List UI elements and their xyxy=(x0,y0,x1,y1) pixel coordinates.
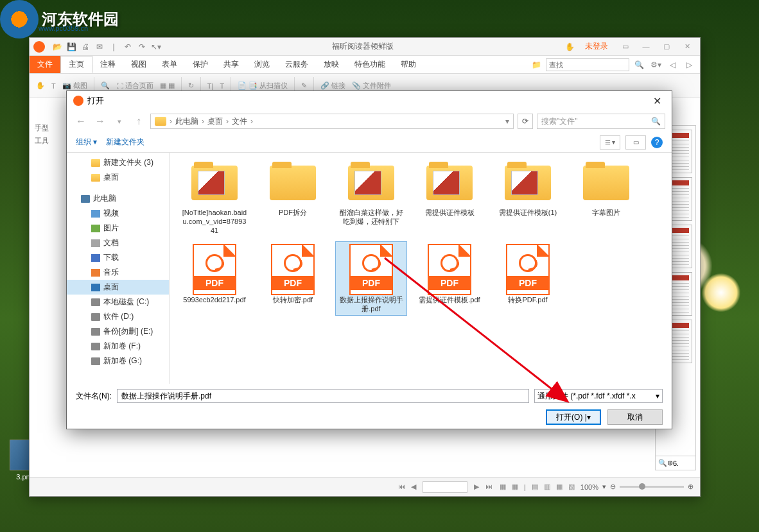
highlight-tool[interactable]: T xyxy=(220,82,224,90)
tab-cloud[interactable]: 云服务 xyxy=(277,56,316,73)
tab-form[interactable]: 表单 xyxy=(154,56,185,73)
file-item[interactable]: [NoTitle]haokan.baidu.com_v_vid=8789341 xyxy=(179,159,250,237)
file-list[interactable]: [NoTitle]haokan.baidu.com_v_vid=8789341P… xyxy=(170,153,672,384)
tab-share[interactable]: 共享 xyxy=(216,56,247,73)
qat-cursor-icon[interactable]: ↖▾ xyxy=(150,40,162,53)
tab-comment[interactable]: 注释 xyxy=(92,56,123,73)
fit-page-tool[interactable]: ⛶ 适合页面 xyxy=(116,81,153,90)
file-item[interactable]: 字幕图片 xyxy=(570,159,642,237)
filetype-dropdown[interactable]: 通用文件 (*.pdf *.fdf *.xfdf *.x▾ xyxy=(534,389,663,403)
zoom-slider[interactable] xyxy=(620,486,684,488)
file-item[interactable]: 快转加密.pdf xyxy=(257,241,329,316)
file-item[interactable]: 醋溜白菜这样做，好吃到爆，还特别下 xyxy=(335,159,407,237)
nav-prev-icon[interactable]: ◁ xyxy=(666,58,679,71)
tab-protect[interactable]: 保护 xyxy=(185,56,216,73)
tree-item[interactable]: 新加卷 (F:) xyxy=(67,339,169,354)
ribbon-toggle-icon[interactable]: ▭ xyxy=(616,40,634,53)
file-item[interactable]: 需提供证件模板.pdf xyxy=(414,241,485,316)
view-mode-button[interactable]: ☰ ▾ xyxy=(600,135,620,150)
file-item[interactable]: 数据上报操作说明手册.pdf xyxy=(335,241,407,316)
tree-item[interactable]: 备份[勿删] (E:) xyxy=(67,324,169,339)
thumb-zoom[interactable]: 🔍⊕ 6. xyxy=(656,456,695,470)
nav-back-button[interactable]: ← xyxy=(73,114,89,129)
tree-item[interactable]: 新加卷 (G:) xyxy=(67,354,169,368)
nav-next-icon[interactable]: ▷ xyxy=(683,58,695,71)
tree-item[interactable]: 下载 xyxy=(67,250,169,265)
tab-features[interactable]: 特色功能 xyxy=(347,56,393,73)
hand-tool[interactable]: ✋ xyxy=(36,82,45,90)
nav-forward-button[interactable]: → xyxy=(92,114,108,129)
file-item[interactable]: 需提供证件模板(1) xyxy=(492,159,564,237)
tree-item[interactable]: 桌面 xyxy=(67,170,169,185)
tab-view[interactable]: 视图 xyxy=(123,56,154,73)
tab-file[interactable]: 文件 xyxy=(30,56,60,73)
ribbon-search-input[interactable] xyxy=(546,58,629,71)
text-select-tool[interactable]: T xyxy=(51,82,56,90)
zoom-in-icon[interactable]: ⊕ xyxy=(688,483,694,491)
filename-input[interactable] xyxy=(117,389,529,403)
dialog-close-button[interactable]: ✕ xyxy=(649,95,665,107)
qat-email-icon[interactable]: ✉ xyxy=(93,40,106,53)
file-item[interactable]: PDF拆分 xyxy=(257,159,329,237)
zoom-out-icon[interactable]: ⊖ xyxy=(610,483,616,491)
tree-item[interactable]: 桌面 xyxy=(67,280,169,295)
tree-item[interactable]: 本地磁盘 (C:) xyxy=(67,295,169,309)
new-folder-button[interactable]: 新建文件夹 xyxy=(106,137,144,148)
gear-icon[interactable]: ⚙▾ xyxy=(649,58,662,71)
quick-access-toolbar: 📂 💾 🖨 ✉ | ↶ ↷ ↖▾ 福昕阅读器领鲜版 ✋ 未登录 ▭ — ▢ ✕ xyxy=(30,38,700,56)
refresh-button[interactable]: ⟳ xyxy=(518,114,533,129)
file-item[interactable]: 转换PDF.pdf xyxy=(492,241,564,316)
sign-tool[interactable]: ✎ xyxy=(301,82,307,90)
qat-undo-icon[interactable]: ↶ xyxy=(121,40,134,53)
hand-icon[interactable]: ✋ xyxy=(563,40,576,53)
link-tool[interactable]: 🔗 链接 xyxy=(320,81,345,90)
open-button[interactable]: 打开(O) |▾ xyxy=(546,409,601,425)
page-nav[interactable]: ⏮◀ xyxy=(396,483,419,491)
minimize-button[interactable]: — xyxy=(637,40,655,53)
qat-open-icon[interactable]: 📂 xyxy=(51,40,64,53)
preview-button[interactable]: ▭ xyxy=(625,135,646,150)
qat-save-icon[interactable]: 💾 xyxy=(65,40,78,53)
close-button[interactable]: ✕ xyxy=(678,40,696,53)
page-icons[interactable]: ▦ ▦ xyxy=(160,82,175,90)
convert-tools[interactable]: 📄 📑 从扫描仪 xyxy=(238,81,288,90)
tab-help[interactable]: 帮助 xyxy=(393,56,424,73)
cancel-button[interactable]: 取消 xyxy=(607,409,663,425)
tab-browse[interactable]: 浏览 xyxy=(247,56,277,73)
page-nav-next[interactable]: ▶⏭ xyxy=(471,483,494,491)
tree-item[interactable]: 图片 xyxy=(67,221,169,236)
tree-item[interactable]: 新建文件夹 (3) xyxy=(67,155,169,170)
search-folder-icon[interactable]: 📁 xyxy=(530,58,543,71)
nav-up-button[interactable]: ↑ xyxy=(131,114,146,129)
rotate-tool[interactable]: ↻ xyxy=(188,82,194,90)
tab-home[interactable]: 主页 xyxy=(60,56,92,73)
maximize-button[interactable]: ▢ xyxy=(658,40,676,53)
file-item[interactable]: 需提供证件模板 xyxy=(414,159,485,237)
file-item[interactable]: 5993ecb2dd217.pdf xyxy=(179,241,250,316)
dialog-search-input[interactable]: 搜索"文件" 🔍 xyxy=(537,114,665,129)
layout-buttons[interactable]: ▦▦ xyxy=(498,483,520,491)
qat-redo-icon[interactable]: ↷ xyxy=(135,40,148,53)
zoom-tool[interactable]: 🔍 xyxy=(101,82,110,90)
tree-item[interactable]: 软件 (D:) xyxy=(67,309,169,324)
zoom-dropdown-icon[interactable]: ▾ xyxy=(602,483,606,491)
help-button[interactable]: ? xyxy=(651,137,663,148)
tree-item[interactable]: 音乐 xyxy=(67,265,169,280)
tree-item[interactable]: 视频 xyxy=(67,206,169,221)
typewriter-tool[interactable]: T| xyxy=(207,82,214,90)
view-buttons[interactable]: ▤▥▦▧ xyxy=(530,483,577,491)
search-icon[interactable]: 🔍 xyxy=(632,58,645,71)
attach-tool[interactable]: 📎 文件附件 xyxy=(352,81,391,90)
breadcrumb[interactable]: › 此电脑› 桌面› 文件› ▾ xyxy=(150,114,514,129)
login-button[interactable]: 未登录 xyxy=(579,39,614,54)
tree-item[interactable]: 此电脑 xyxy=(67,191,169,206)
nav-history-button[interactable]: ▾ xyxy=(112,114,127,129)
snapshot-tool[interactable]: 📷 截图 xyxy=(62,81,87,90)
qat-print-icon[interactable]: 🖨 xyxy=(79,40,92,53)
tree-item[interactable]: 文档 xyxy=(67,236,169,250)
tab-present[interactable]: 放映 xyxy=(316,56,347,73)
page-number-input[interactable] xyxy=(423,481,467,493)
file-label: [NoTitle]haokan.baidu.com_v_vid=8789341 xyxy=(181,208,248,235)
organize-button[interactable]: 组织 ▾ xyxy=(76,137,97,148)
folder-tree[interactable]: 新建文件夹 (3)桌面此电脑视频图片文档下载音乐桌面本地磁盘 (C:)软件 (D… xyxy=(67,153,170,384)
